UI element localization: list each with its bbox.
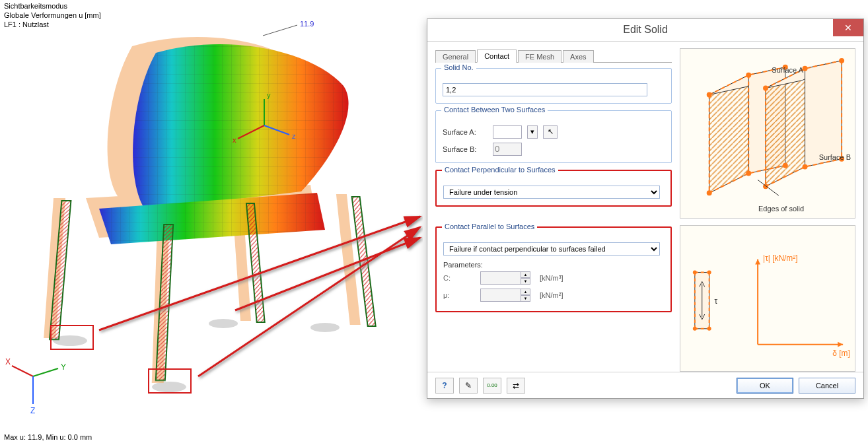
dialog-footer: ? ✎ 0.00 ⇄ OK Cancel bbox=[427, 372, 863, 398]
svg-text:z: z bbox=[292, 132, 296, 140]
spin-up-icon[interactable]: ▲ bbox=[521, 271, 530, 278]
model-svg: x y z 11.9 X Y Z bbox=[0, 0, 423, 416]
spin-down-icon[interactable]: ▼ bbox=[521, 278, 530, 285]
spin-down-icon[interactable]: ▼ bbox=[521, 295, 530, 302]
help-icon: ? bbox=[442, 381, 447, 390]
group-perpendicular: Contact Perpendicular to Surfaces Failur… bbox=[435, 170, 672, 207]
surface-b-input[interactable] bbox=[493, 143, 522, 156]
svg-text:X: X bbox=[5, 357, 11, 366]
help-button[interactable]: ? bbox=[435, 378, 454, 394]
cancel-button[interactable]: Cancel bbox=[799, 378, 855, 394]
param-mu-input[interactable] bbox=[480, 289, 521, 302]
pick-surface-a-button[interactable]: ↖ bbox=[543, 125, 558, 139]
svg-point-3 bbox=[310, 323, 340, 332]
dialog-title: Edit Solid bbox=[623, 24, 668, 36]
group-parallel: Contact Parallel to Surfaces Failure if … bbox=[435, 226, 672, 312]
solid-no-input[interactable] bbox=[443, 83, 647, 96]
svg-line-18 bbox=[263, 25, 297, 36]
close-button[interactable]: ✕ bbox=[833, 19, 863, 36]
svg-point-39 bbox=[803, 164, 808, 169]
svg-text:11.9: 11.9 bbox=[300, 20, 314, 28]
group-label-solid-no: Solid No. bbox=[441, 63, 476, 71]
parallel-select[interactable]: Failure if contact perpendicular to surf… bbox=[443, 242, 660, 256]
param-c-input[interactable] bbox=[480, 271, 521, 285]
group-solid-no: Solid No. bbox=[435, 68, 672, 104]
svg-text:τ: τ bbox=[715, 296, 718, 306]
viewport-maxmin: Max u: 11.9, Min u: 0.0 mm bbox=[4, 432, 92, 442]
calc-button[interactable]: 0.00 bbox=[483, 378, 501, 394]
edit-solid-dialog: Edit Solid ✕ General Contact FE Mesh Axe… bbox=[427, 18, 864, 399]
tab-axes[interactable]: Axes bbox=[563, 50, 593, 63]
group-label-perpendicular: Contact Perpendicular to Surfaces bbox=[442, 166, 558, 174]
tab-general[interactable]: General bbox=[435, 50, 476, 63]
surface-a-input[interactable] bbox=[493, 125, 522, 139]
surface-a-dropdown[interactable]: ▾ bbox=[527, 125, 538, 139]
perpendicular-select[interactable]: Failure under tension bbox=[443, 186, 660, 199]
diagram-tau-delta: τ |τ| [kN/m²] δ [m] bbox=[680, 225, 855, 372]
dialog-titlebar[interactable]: Edit Solid ✕ bbox=[427, 19, 863, 42]
svg-text:δ [m]: δ [m] bbox=[832, 349, 850, 358]
param-c-unit: [kN/m³] bbox=[540, 274, 563, 282]
svg-text:|τ| [kN/m²]: |τ| [kN/m²] bbox=[763, 253, 798, 262]
pick-icon: ↖ bbox=[548, 127, 554, 136]
svg-line-20 bbox=[12, 366, 33, 376]
spin-up-icon[interactable]: ▲ bbox=[521, 289, 530, 295]
svg-text:Y: Y bbox=[61, 362, 66, 372]
group-label-parallel: Contact Parallel to Surfaces bbox=[442, 223, 537, 230]
group-contact-between: Contact Between Two Surfaces Surface A: … bbox=[435, 110, 672, 163]
param-mu-unit: [kN/m²] bbox=[540, 291, 563, 299]
model-viewport[interactable]: x y z 11.9 X Y Z bbox=[0, 0, 423, 416]
highlight-foot-1 bbox=[50, 325, 94, 350]
group-label-contact-between: Contact Between Two Surfaces bbox=[441, 106, 548, 114]
edit-icon: ✎ bbox=[465, 381, 472, 390]
ok-button[interactable]: OK bbox=[737, 378, 793, 394]
close-icon: ✕ bbox=[844, 22, 852, 33]
param-mu-spinner[interactable]: ▲▼ bbox=[480, 289, 530, 302]
diagram-solid-surfaces: Surface A Surface B Edges of solid bbox=[680, 48, 855, 219]
param-mu-label: μ: bbox=[443, 291, 454, 299]
tab-strip: General Contact FE Mesh Axes bbox=[435, 48, 672, 63]
surface-b-label: Surface B: bbox=[443, 145, 488, 153]
svg-line-27 bbox=[198, 227, 420, 376]
parameters-label: Parameters: bbox=[443, 261, 664, 269]
surface-a-label: Surface A: bbox=[443, 128, 488, 136]
svg-text:Z: Z bbox=[30, 406, 35, 415]
svg-point-2 bbox=[209, 319, 238, 328]
diagram-edges-label: Edges of solid bbox=[758, 205, 804, 213]
param-c-label: C: bbox=[443, 274, 454, 282]
param-c-spinner[interactable]: ▲▼ bbox=[480, 271, 530, 285]
diagram-surface-a-label: Surface A bbox=[772, 66, 803, 74]
svg-point-33 bbox=[746, 170, 751, 176]
calc-icon: 0.00 bbox=[487, 382, 497, 388]
svg-line-22 bbox=[33, 368, 58, 376]
highlight-foot-2 bbox=[148, 368, 192, 394]
units-icon: ⇄ bbox=[513, 381, 519, 390]
tab-contact[interactable]: Contact bbox=[477, 50, 517, 63]
diagram-surface-b-label: Surface B bbox=[819, 153, 851, 161]
edit-button[interactable]: ✎ bbox=[459, 378, 478, 394]
svg-text:x: x bbox=[233, 136, 236, 144]
units-button[interactable]: ⇄ bbox=[507, 378, 525, 394]
svg-text:y: y bbox=[267, 91, 271, 99]
tab-fe-mesh[interactable]: FE Mesh bbox=[518, 50, 561, 63]
